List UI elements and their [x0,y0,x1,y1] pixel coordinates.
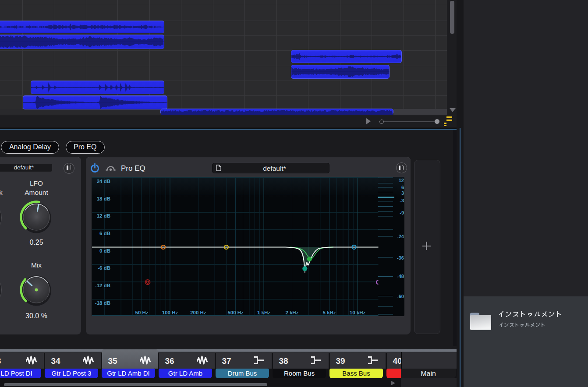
svg-text:-48: -48 [397,274,404,279]
svg-text:-36: -36 [397,255,404,260]
svg-text:200 Hz: 200 Hz [190,310,206,315]
svg-text:3: 3 [401,190,404,196]
svg-text:10 kHz: 10 kHz [350,310,366,315]
svg-text:-3: -3 [400,198,404,203]
svg-text:100 Hz: 100 Hz [162,310,178,315]
svg-text:6: 6 [401,185,404,190]
svg-text:2 kHz: 2 kHz [285,310,298,315]
svg-text:6 dB: 6 dB [99,231,110,236]
svg-text:-60: -60 [397,294,404,299]
svg-text:5 kHz: 5 kHz [323,310,336,315]
svg-text:24 dB: 24 dB [97,179,110,184]
svg-text:-18 dB: -18 dB [95,300,110,306]
svg-text:1 kHz: 1 kHz [257,310,270,315]
svg-text:-12 dB: -12 dB [95,283,110,288]
svg-text:-6 dB: -6 dB [98,265,110,271]
svg-text:12 dB: 12 dB [97,213,110,218]
svg-text:500 Hz: 500 Hz [227,310,244,315]
svg-text:0 dB: 0 dB [99,248,110,253]
svg-text:18 dB: 18 dB [97,196,110,201]
svg-text:-9: -9 [400,210,404,215]
svg-text:12: 12 [399,178,404,183]
svg-text:-24: -24 [397,234,404,239]
svg-text:50 Hz: 50 Hz [135,310,149,315]
